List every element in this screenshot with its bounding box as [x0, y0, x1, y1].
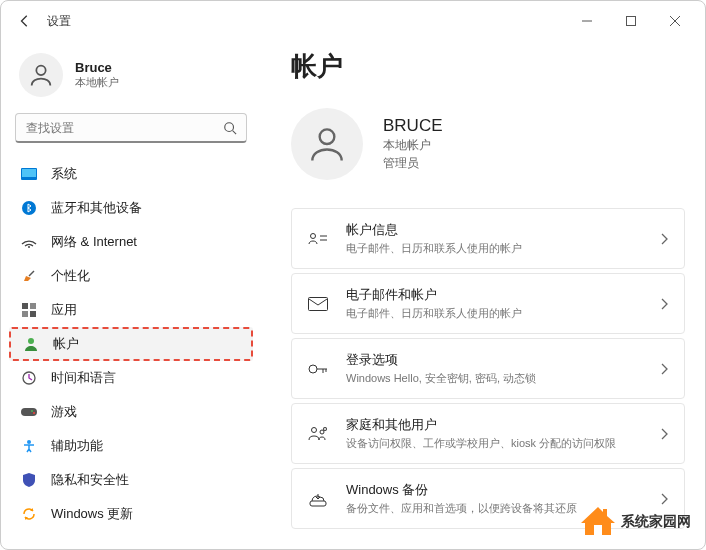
- minimize-icon: [582, 16, 592, 26]
- watermark-text: 系统家园网: [621, 513, 691, 531]
- card-signin-options[interactable]: 登录选项 Windows Hello, 安全密钥, 密码, 动态锁: [291, 338, 685, 399]
- svg-point-22: [320, 129, 335, 144]
- brush-icon: [21, 268, 37, 284]
- svg-point-21: [27, 440, 31, 444]
- chevron-right-icon: [660, 428, 668, 440]
- svg-point-32: [320, 430, 324, 434]
- sidebar-item-accessibility[interactable]: 辅助功能: [9, 429, 253, 463]
- card-desc: 电子邮件、日历和联系人使用的帐户: [346, 306, 642, 321]
- card-desc: 设备访问权限、工作或学校用户、kiosk 分配的访问权限: [346, 436, 642, 451]
- search-wrap: [15, 113, 247, 143]
- svg-point-27: [309, 365, 317, 373]
- nav-label: 应用: [51, 301, 77, 319]
- profile-avatar[interactable]: [291, 108, 363, 180]
- svg-line-11: [29, 271, 34, 276]
- clock-icon: [21, 370, 37, 386]
- person-icon: [305, 122, 349, 166]
- svg-point-9: [22, 201, 36, 215]
- sidebar-item-system[interactable]: 系统: [9, 157, 253, 191]
- apps-icon: [21, 302, 37, 318]
- svg-rect-37: [594, 525, 602, 535]
- svg-rect-18: [21, 408, 37, 416]
- svg-point-10: [28, 246, 30, 248]
- card-title: 帐户信息: [346, 221, 642, 239]
- nav-label: 个性化: [51, 267, 90, 285]
- backup-icon: [308, 489, 328, 509]
- svg-rect-1: [627, 17, 636, 26]
- chevron-right-icon: [660, 298, 668, 310]
- sidebar-item-gaming[interactable]: 游戏: [9, 395, 253, 429]
- card-title: 登录选项: [346, 351, 642, 369]
- nav-label: 时间和语言: [51, 369, 116, 387]
- svg-rect-14: [22, 311, 28, 317]
- nav-label: 系统: [51, 165, 77, 183]
- gaming-icon: [21, 404, 37, 420]
- maximize-button[interactable]: [609, 5, 653, 37]
- sidebar: Bruce 本地帐户 系统 蓝牙和其他设备 网络 & Internet 个性化: [1, 41, 261, 549]
- svg-point-4: [36, 66, 45, 75]
- profile-name: BRUCE: [383, 116, 443, 136]
- close-button[interactable]: [653, 5, 697, 37]
- sidebar-item-bluetooth[interactable]: 蓝牙和其他设备: [9, 191, 253, 225]
- sidebar-item-time[interactable]: 时间和语言: [9, 361, 253, 395]
- arrow-left-icon: [18, 14, 32, 28]
- window-title: 设置: [47, 13, 71, 30]
- svg-point-31: [312, 427, 317, 432]
- chevron-right-icon: [660, 363, 668, 375]
- accessibility-icon: [21, 438, 37, 454]
- card-email-accounts[interactable]: 电子邮件和帐户 电子邮件、日历和联系人使用的帐户: [291, 273, 685, 334]
- svg-point-5: [225, 123, 234, 132]
- nav-label: 网络 & Internet: [51, 233, 137, 251]
- svg-rect-26: [309, 297, 328, 310]
- main-content: 帐户 BRUCE 本地帐户 管理员 帐户信息 电子邮件、日历和联系人使用的帐户: [261, 41, 705, 549]
- sidebar-item-privacy[interactable]: 隐私和安全性: [9, 463, 253, 497]
- sidebar-item-update[interactable]: Windows 更新: [9, 497, 253, 531]
- window-controls: [565, 5, 697, 37]
- card-title: 电子邮件和帐户: [346, 286, 642, 304]
- nav-label: 游戏: [51, 403, 77, 421]
- svg-rect-12: [22, 303, 28, 309]
- system-icon: [21, 166, 37, 182]
- svg-rect-8: [22, 169, 36, 177]
- sidebar-user[interactable]: Bruce 本地帐户: [9, 47, 253, 113]
- watermark: 系统家园网: [581, 507, 691, 537]
- card-title: Windows 备份: [346, 481, 642, 499]
- search-input[interactable]: [15, 113, 247, 143]
- back-button[interactable]: [9, 5, 41, 37]
- maximize-icon: [626, 16, 636, 26]
- nav-label: 蓝牙和其他设备: [51, 199, 142, 217]
- shield-icon: [21, 472, 37, 488]
- sidebar-item-network[interactable]: 网络 & Internet: [9, 225, 253, 259]
- svg-point-20: [33, 412, 35, 414]
- profile-sub1: 本地帐户: [383, 136, 443, 154]
- avatar: [19, 53, 63, 97]
- nav-label: 帐户: [53, 335, 79, 353]
- mail-icon: [308, 294, 328, 314]
- nav-label: Windows 更新: [51, 505, 133, 523]
- nav-label: 辅助功能: [51, 437, 103, 455]
- card-account-info[interactable]: 帐户信息 电子邮件、日历和联系人使用的帐户: [291, 208, 685, 269]
- card-desc: 电子邮件、日历和联系人使用的帐户: [346, 241, 642, 256]
- person-icon: [27, 61, 55, 89]
- svg-line-6: [233, 131, 237, 135]
- svg-point-19: [31, 410, 33, 412]
- house-icon: [581, 507, 615, 537]
- sidebar-item-accounts[interactable]: 帐户: [9, 327, 253, 361]
- sidebar-item-apps[interactable]: 应用: [9, 293, 253, 327]
- svg-point-16: [28, 338, 34, 344]
- close-icon: [670, 16, 680, 26]
- card-desc: Windows Hello, 安全密钥, 密码, 动态锁: [346, 371, 642, 386]
- sidebar-item-personalization[interactable]: 个性化: [9, 259, 253, 293]
- family-icon: [308, 424, 328, 444]
- sidebar-user-sub: 本地帐户: [75, 75, 119, 90]
- svg-point-23: [311, 233, 316, 238]
- network-icon: [21, 234, 37, 250]
- key-icon: [308, 359, 328, 379]
- nav-label: 隐私和安全性: [51, 471, 129, 489]
- search-icon: [223, 121, 237, 135]
- chevron-right-icon: [660, 493, 668, 505]
- minimize-button[interactable]: [565, 5, 609, 37]
- card-family-users[interactable]: 家庭和其他用户 设备访问权限、工作或学校用户、kiosk 分配的访问权限: [291, 403, 685, 464]
- svg-rect-36: [310, 501, 326, 506]
- profile-sub2: 管理员: [383, 154, 443, 172]
